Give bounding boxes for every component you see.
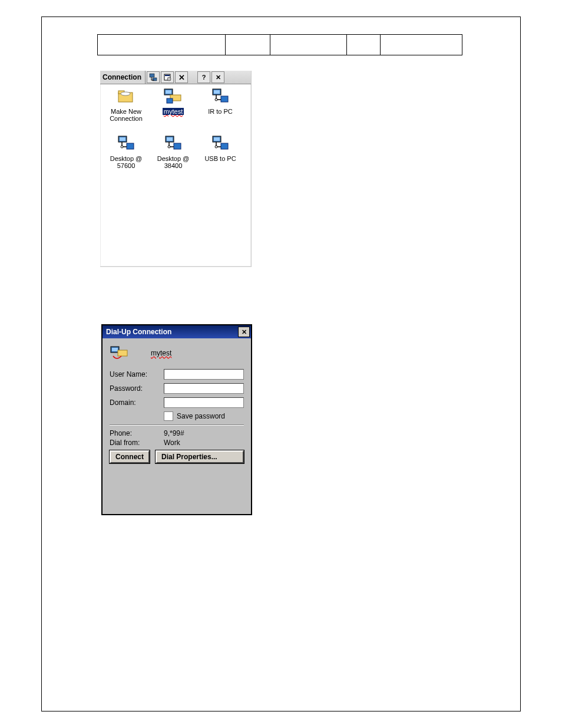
svg-point-17 xyxy=(215,98,217,101)
dialup-window: Dial-Up Connection ✕ mytest User Name: xyxy=(101,324,252,515)
svg-rect-32 xyxy=(118,350,127,356)
close-icon: ✕ xyxy=(242,328,247,336)
connection-titlebar: Connection ✕ ? xyxy=(100,71,251,84)
svg-rect-5 xyxy=(165,75,170,76)
header-table xyxy=(97,34,462,55)
dialfrom-value: Work xyxy=(164,439,180,447)
svg-rect-31 xyxy=(112,348,118,351)
svg-rect-24 xyxy=(174,143,181,149)
svg-point-29 xyxy=(215,146,217,148)
item-label: Make New Connection xyxy=(103,108,150,122)
properties-icon xyxy=(163,73,171,81)
connection-grid: Make New ConnectionmytestIR to PCDesktop… xyxy=(100,84,251,183)
item-mytest[interactable]: mytest xyxy=(150,88,197,133)
pc-link-icon xyxy=(163,135,183,153)
pc-link-icon xyxy=(116,135,136,153)
connect-button[interactable]: Connect xyxy=(110,450,150,463)
delete-icon: ✕ xyxy=(178,73,185,82)
modem-icon xyxy=(110,344,130,362)
svg-rect-28 xyxy=(221,143,228,149)
dialfrom-label: Dial from: xyxy=(110,439,164,447)
password-input[interactable] xyxy=(164,383,244,394)
phone-value: 9,*99# xyxy=(164,429,184,437)
folder-icon xyxy=(116,88,136,106)
item-label: IR to PC xyxy=(208,108,233,115)
svg-point-9 xyxy=(121,92,130,95)
dialup-title: Dial-Up Connection xyxy=(106,328,171,336)
help-button[interactable]: ? xyxy=(197,71,210,83)
svg-point-21 xyxy=(121,146,123,148)
modem-icon xyxy=(163,88,183,106)
connection-title: Connection xyxy=(100,71,146,84)
item-label: Desktop @ 38400 xyxy=(150,155,197,169)
svg-rect-20 xyxy=(127,143,134,149)
delete-button[interactable]: ✕ xyxy=(175,71,188,83)
dialup-connection-name: mytest xyxy=(151,349,171,357)
item-ir-to-pc[interactable]: IR to PC xyxy=(197,88,244,133)
domain-input[interactable] xyxy=(164,397,244,408)
properties-button[interactable] xyxy=(161,71,174,83)
dialup-header: mytest xyxy=(110,344,244,362)
domain-label: Domain: xyxy=(110,398,164,407)
save-password-checkbox[interactable] xyxy=(164,411,173,421)
close-icon: ✕ xyxy=(216,74,221,81)
save-password-label: Save password xyxy=(177,412,225,420)
item-desktop-57600[interactable]: Desktop @ 57600 xyxy=(103,135,150,180)
item-desktop-38400[interactable]: Desktop @ 38400 xyxy=(150,135,197,180)
svg-rect-15 xyxy=(214,90,220,94)
phone-label: Phone: xyxy=(110,429,164,437)
password-label: Password: xyxy=(110,384,164,393)
help-icon: ? xyxy=(202,74,206,81)
item-label: Desktop @ 57600 xyxy=(103,155,150,169)
item-label: mytest xyxy=(163,108,184,115)
user-label: User Name: xyxy=(110,370,164,378)
svg-rect-0 xyxy=(150,74,154,77)
dial-properties-button[interactable]: Dial Properties... xyxy=(156,450,244,463)
svg-rect-11 xyxy=(166,90,171,94)
pc-link-icon xyxy=(210,88,230,106)
item-usb-to-pc[interactable]: USB to PC xyxy=(197,135,244,180)
svg-point-25 xyxy=(168,146,170,148)
dialup-close-button[interactable]: ✕ xyxy=(238,327,250,337)
item-make-new-connection[interactable]: Make New Connection xyxy=(103,88,150,133)
svg-rect-13 xyxy=(167,98,173,103)
svg-rect-16 xyxy=(221,96,228,102)
user-input[interactable] xyxy=(164,369,244,380)
new-connection-button[interactable] xyxy=(147,71,160,83)
new-connection-icon xyxy=(149,73,157,81)
svg-rect-27 xyxy=(214,137,220,141)
dialup-titlebar: Dial-Up Connection ✕ xyxy=(103,325,251,338)
svg-rect-19 xyxy=(120,137,125,141)
svg-point-6 xyxy=(167,77,171,81)
close-button[interactable]: ✕ xyxy=(211,71,224,83)
divider xyxy=(110,424,244,426)
item-label: USB to PC xyxy=(204,155,236,162)
pc-link-icon xyxy=(210,135,230,153)
connection-window: Connection ✕ ? xyxy=(100,71,252,267)
svg-rect-23 xyxy=(167,137,173,141)
